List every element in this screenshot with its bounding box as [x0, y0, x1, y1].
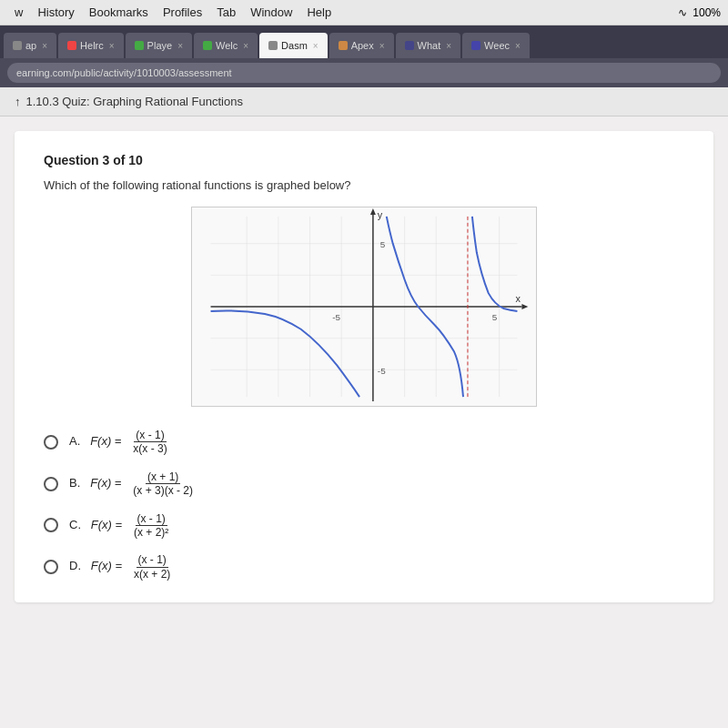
tab-favicon-what: [405, 41, 414, 50]
tab-bar: ap × Helrc × Playe × Welc × Dasm × Apex …: [0, 25, 728, 58]
svg-text:-5: -5: [332, 312, 340, 322]
option-b-id: B.: [69, 476, 80, 490]
tab-favicon-apex: [339, 41, 348, 50]
fraction-b: (x + 1) (x + 3)(x - 2): [131, 470, 195, 498]
wifi-icon: ∿: [678, 6, 687, 19]
menu-item-tab[interactable]: Tab: [209, 4, 243, 21]
svg-text:x: x: [515, 293, 521, 304]
tab-close-helrc[interactable]: ×: [109, 41, 115, 51]
radio-a[interactable]: [44, 435, 58, 450]
svg-text:y: y: [378, 209, 383, 220]
menu-item-profiles[interactable]: Profiles: [156, 4, 209, 21]
tab-favicon-welc: [203, 41, 212, 50]
radio-c[interactable]: [44, 518, 58, 532]
tab-favicon-helrc: [67, 41, 76, 50]
tab-welc[interactable]: Welc ×: [194, 33, 258, 58]
option-c-label: C. F(x) = (x - 1) (x + 2)²: [69, 512, 170, 540]
answer-options: A. F(x) = (x - 1) x(x - 3) B. F(x) =: [44, 429, 684, 581]
tab-favicon-playe: [135, 41, 144, 50]
tab-close-apex[interactable]: ×: [379, 41, 385, 51]
option-b[interactable]: B. F(x) = (x + 1) (x + 3)(x - 2): [44, 470, 684, 498]
tab-favicon-dasm: [268, 41, 278, 50]
fraction-c: (x - 1) (x + 2)²: [132, 512, 170, 540]
menu-item-w[interactable]: w: [7, 4, 30, 21]
address-input[interactable]: [7, 63, 721, 83]
option-c-id: C.: [69, 518, 81, 531]
tab-playe[interactable]: Playe ×: [126, 33, 192, 58]
graph-container: x y -5 5 5 -5: [191, 207, 537, 407]
tab-close-what[interactable]: ×: [446, 41, 451, 51]
option-c[interactable]: C. F(x) = (x - 1) (x + 2)²: [44, 512, 684, 540]
graph-svg: x y -5 5 5 -5: [192, 207, 536, 406]
tab-ap[interactable]: ap ×: [4, 33, 56, 58]
menu-item-bookmarks[interactable]: Bookmarks: [82, 4, 156, 21]
option-a[interactable]: A. F(x) = (x - 1) x(x - 3): [44, 429, 684, 456]
svg-text:-5: -5: [378, 366, 386, 376]
tab-helrc[interactable]: Helrc ×: [58, 33, 124, 58]
tab-close-dasm[interactable]: ×: [313, 41, 318, 51]
option-a-id: A.: [69, 434, 80, 448]
fraction-d: (x - 1) x(x + 2): [132, 553, 172, 581]
tab-close-weec[interactable]: ×: [515, 41, 521, 51]
svg-text:5: 5: [492, 312, 498, 322]
quiz-header: ↑ 1.10.3 Quiz: Graphing Rational Functio…: [0, 87, 728, 116]
question-text: Which of the following rational function…: [44, 178, 684, 192]
question-number: Question 3 of 10: [44, 153, 684, 167]
address-bar: [0, 58, 728, 87]
tab-dasm[interactable]: Dasm ×: [259, 33, 328, 58]
tab-weec[interactable]: Weec ×: [462, 33, 530, 58]
tab-close-welc[interactable]: ×: [243, 41, 248, 51]
tab-close-playe[interactable]: ×: [177, 41, 183, 51]
option-d-label: D. F(x) = (x - 1) x(x + 2): [69, 553, 172, 581]
option-d-id: D.: [69, 560, 81, 573]
quiz-title: 1.10.3 Quiz: Graphing Rational Functions: [26, 95, 243, 108]
option-b-label: B. F(x) = (x + 1) (x + 3)(x - 2): [69, 470, 195, 498]
menu-right: ∿ 100%: [678, 6, 721, 19]
option-a-label: A. F(x) = (x - 1) x(x - 3): [69, 429, 169, 456]
radio-d[interactable]: [44, 560, 58, 574]
battery-label: 100%: [693, 6, 721, 19]
tab-apex[interactable]: Apex ×: [329, 33, 394, 58]
tab-what[interactable]: What ×: [396, 33, 461, 58]
quiz-header-arrow: ↑: [15, 95, 21, 108]
radio-b[interactable]: [44, 477, 58, 491]
tab-close-ap[interactable]: ×: [42, 41, 47, 51]
tab-favicon-ap: [13, 41, 22, 50]
menu-bar: w History Bookmarks Profiles Tab Window …: [0, 0, 728, 25]
menu-item-history[interactable]: History: [30, 4, 81, 21]
quiz-body: Question 3 of 10 Which of the following …: [15, 131, 713, 602]
tab-favicon-weec: [471, 41, 480, 50]
menu-item-window[interactable]: Window: [243, 4, 299, 21]
content-area: ↑ 1.10.3 Quiz: Graphing Rational Functio…: [0, 87, 728, 728]
option-d[interactable]: D. F(x) = (x - 1) x(x + 2): [44, 553, 684, 581]
fraction-a: (x - 1) x(x - 3): [131, 429, 168, 456]
menu-item-help[interactable]: Help: [299, 4, 339, 21]
svg-text:5: 5: [380, 239, 386, 249]
